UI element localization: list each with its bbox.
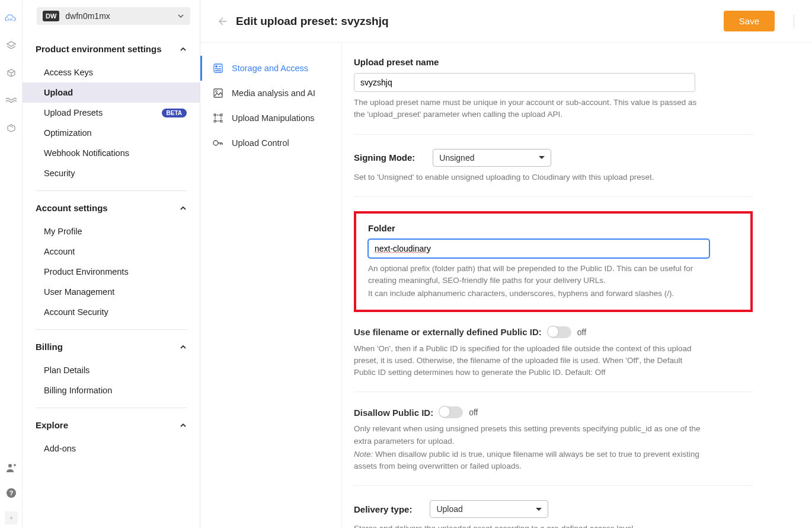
help-text: Set to 'Unsigned' to enable unsigned upl… <box>354 171 704 183</box>
storage-icon <box>213 63 223 74</box>
label: Signing Mode: <box>354 152 415 163</box>
form-content: Upload preset name The upload preset nam… <box>341 43 812 528</box>
env-badge: DW <box>43 11 59 21</box>
help-text: When 'On', then if a Public ID is specif… <box>354 343 704 379</box>
field-signing: Signing Mode: Unsigned Set to 'Unsigned'… <box>354 149 753 197</box>
signing-mode-select[interactable]: Unsigned <box>433 149 551 167</box>
subnav-manipulations[interactable]: Upload Manipulations <box>200 106 341 131</box>
icon-rail: ? <box>0 0 23 528</box>
box-icon[interactable] <box>5 121 18 134</box>
media-icon <box>213 88 223 98</box>
section-account: Account settings My Profile Account Prod… <box>23 195 200 333</box>
cube-icon[interactable] <box>5 66 18 79</box>
label: Disallow Public ID: <box>354 408 433 418</box>
section-header[interactable]: Product environment settings <box>23 36 200 62</box>
section-product-env: Product environment settings Access Keys… <box>23 36 200 195</box>
field-delivery: Delivery type: Upload Stores and deliver… <box>354 500 753 528</box>
folder-input[interactable] <box>368 239 709 258</box>
preset-name-input[interactable] <box>354 73 695 92</box>
nav-plan-details[interactable]: Plan Details <box>23 360 200 380</box>
subnav-media-analysis[interactable]: Media analysis and AI <box>200 81 341 106</box>
help-text: It can include alphanumeric characters, … <box>368 288 718 300</box>
nav-billing-info[interactable]: Billing Information <box>23 380 200 400</box>
user-icon[interactable] <box>5 462 18 475</box>
dropdown-arrow-icon <box>539 156 545 159</box>
section-billing: Billing Plan Details Billing Information <box>23 333 200 412</box>
svg-rect-11 <box>214 120 216 122</box>
use-filename-toggle[interactable] <box>548 326 571 338</box>
nav-account[interactable]: Account <box>23 241 200 262</box>
field-disallow: Disallow Public ID: off Only relevant wh… <box>354 406 753 486</box>
main-header: Edit upload preset: svyzshjq Save <box>200 0 812 42</box>
svg-point-13 <box>213 141 218 145</box>
svg-point-3 <box>11 517 12 519</box>
page-title: Edit upload preset: svyzshjq <box>236 15 715 28</box>
section-header[interactable]: Account settings <box>23 195 200 221</box>
beta-badge: BETA <box>162 109 187 117</box>
chevron-up-icon <box>180 422 187 429</box>
nav-user-management[interactable]: User Management <box>23 282 200 302</box>
label: Folder <box>368 223 739 233</box>
chevron-up-icon <box>180 46 187 53</box>
label: Upload preset name <box>354 57 753 67</box>
nav-optimization[interactable]: Optimization <box>23 123 200 143</box>
disallow-toggle[interactable] <box>439 406 463 418</box>
crop-icon <box>213 113 223 123</box>
environment-selector[interactable]: DW dwfn0m1mx <box>37 7 190 25</box>
settings-sidebar: DW dwfn0m1mx Product environment setting… <box>23 0 200 528</box>
label: Use filename or externally defined Publi… <box>354 327 542 337</box>
nav-my-profile[interactable]: My Profile <box>23 221 200 241</box>
field-use-filename: Use filename or externally defined Publi… <box>354 326 753 393</box>
section-header[interactable]: Explore <box>23 412 200 438</box>
field-preset-name: Upload preset name The upload preset nam… <box>354 57 753 135</box>
help-text: Stores and delivers the uploaded asset a… <box>354 523 704 528</box>
divider <box>794 15 794 28</box>
chevron-down-icon <box>177 12 184 20</box>
folder-highlight: Folder An optional prefix (folder path) … <box>354 211 753 312</box>
svg-rect-4 <box>214 64 222 72</box>
chevron-up-icon <box>180 343 187 351</box>
help-icon[interactable]: ? <box>5 486 18 500</box>
subnav-upload-control[interactable]: Upload Control <box>200 131 341 155</box>
env-name: dwfn0m1mx <box>65 11 171 21</box>
delivery-type-select[interactable]: Upload <box>430 500 548 518</box>
main-area: Edit upload preset: svyzshjq Save Storag… <box>200 0 812 528</box>
section-explore: Explore Add-ons <box>23 412 200 469</box>
back-arrow-icon[interactable] <box>216 15 228 27</box>
nav-access-keys[interactable]: Access Keys <box>23 62 200 82</box>
key-icon <box>213 138 223 148</box>
svg-rect-12 <box>220 120 222 122</box>
toggle-state: off <box>469 408 478 417</box>
wave-icon[interactable] <box>5 94 18 107</box>
svg-text:?: ? <box>9 489 13 497</box>
nav-product-environments[interactable]: Product Environments <box>23 262 200 282</box>
nav-addons[interactable]: Add-ons <box>23 438 200 459</box>
gear-icon[interactable] <box>5 511 18 524</box>
subnav-storage-access[interactable]: Storage and Access <box>200 56 341 81</box>
chevron-up-icon <box>180 205 187 212</box>
label: Delivery type: <box>354 504 412 514</box>
layers-icon[interactable] <box>5 39 18 52</box>
nav-upload[interactable]: Upload <box>23 82 200 103</box>
cloud-icon[interactable] <box>5 12 18 25</box>
sub-nav: Storage and Access Media analysis and AI… <box>200 43 341 528</box>
nav-account-security[interactable]: Account Security <box>23 302 200 322</box>
section-header[interactable]: Billing <box>23 333 200 360</box>
help-text: Only relevant when using unsigned preset… <box>354 423 704 447</box>
help-text: The upload preset name must be unique in… <box>354 97 704 121</box>
svg-point-0 <box>8 464 12 467</box>
nav-security[interactable]: Security <box>23 163 200 183</box>
svg-point-5 <box>216 66 218 68</box>
toggle-state: off <box>577 327 586 337</box>
help-note: Note: When disallow public id is true, u… <box>354 449 704 473</box>
help-text: An optional prefix (folder path) that wi… <box>368 263 718 287</box>
svg-point-7 <box>216 91 218 93</box>
dropdown-arrow-icon <box>536 508 542 511</box>
save-button[interactable]: Save <box>724 11 775 31</box>
nav-upload-presets[interactable]: Upload PresetsBETA <box>23 103 200 123</box>
nav-webhooks[interactable]: Webhook Notifications <box>23 143 200 163</box>
